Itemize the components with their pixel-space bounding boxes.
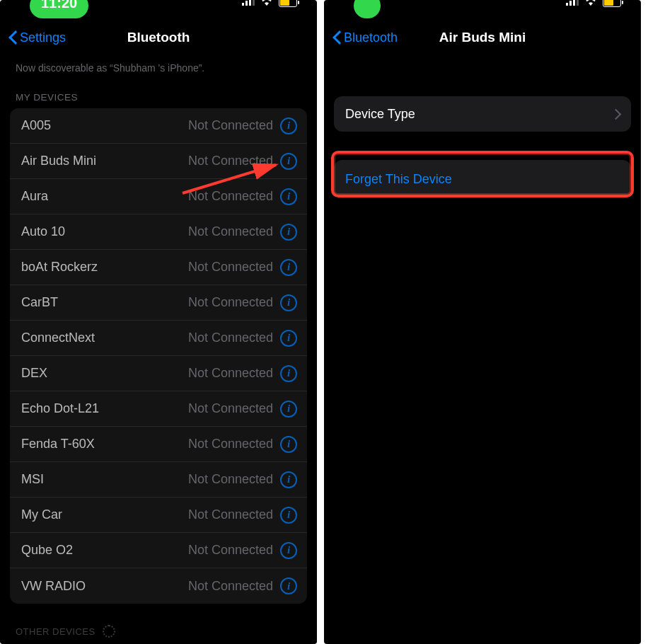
info-icon[interactable]: i [280,577,297,594]
info-icon[interactable]: i [280,436,297,453]
status-bar: . [324,0,641,21]
svg-rect-5 [566,3,568,6]
spinner-icon [103,625,115,638]
svg-rect-8 [577,0,579,6]
device-name: My Car [21,507,188,522]
info-icon[interactable]: i [280,188,297,205]
info-icon[interactable]: i [280,259,297,276]
phone-right: . Bluetooth Air Buds Mini Device Type Fo… [324,0,641,644]
status-icons [566,0,621,8]
device-name: Qube O2 [21,543,188,558]
info-icon[interactable]: i [280,542,297,559]
device-name: Echo Dot-L21 [21,401,188,416]
forget-device-label: Forget This Device [345,172,452,187]
device-status: Not Connected [188,118,273,133]
device-status: Not Connected [188,507,273,522]
call-time-pill[interactable]: . [354,0,381,18]
info-icon[interactable]: i [280,117,297,134]
device-row[interactable]: DEXNot Connectedi [10,356,307,391]
device-type-label: Device Type [345,107,415,122]
phone-left: 11:20 Settings Bluetooth Now discoverabl… [0,0,317,644]
chevron-left-icon [332,30,342,45]
info-icon[interactable]: i [280,471,297,488]
device-status: Not Connected [188,330,273,345]
battery-icon [603,0,621,7]
wifi-icon [584,0,597,8]
status-bar: 11:20 [0,0,317,21]
device-name: DEX [21,366,188,381]
svg-rect-1 [245,1,248,6]
cellular-icon [242,0,255,8]
device-name: CarBT [21,295,188,310]
svg-rect-0 [242,3,244,6]
back-label: Bluetooth [344,30,398,45]
svg-rect-2 [249,0,251,6]
device-status: Not Connected [188,437,273,452]
device-status: Not Connected [188,401,273,416]
device-name: Air Buds Mini [21,154,188,168]
device-name: Fenda T-60X [21,437,188,452]
device-name: A005 [21,118,188,133]
device-name: boAt Rockerz [21,260,188,275]
device-row[interactable]: VW RADIONot Connectedi [10,568,307,604]
chevron-right-icon [612,107,620,122]
device-status: Not Connected [188,579,273,594]
svg-rect-6 [569,1,572,6]
device-row[interactable]: Air Buds MiniNot Connectedi [10,144,307,179]
device-row[interactable]: My CarNot Connectedi [10,498,307,533]
back-label: Settings [20,30,66,45]
info-icon[interactable]: i [280,294,297,311]
device-name: VW RADIO [21,579,188,594]
info-icon[interactable]: i [280,401,297,418]
discoverable-note: Now discoverable as “Shubham 's iPhone”. [0,54,317,76]
battery-icon [279,0,297,7]
device-status: Not Connected [188,295,273,310]
wifi-icon [260,0,273,8]
info-icon[interactable]: i [280,224,297,241]
device-row[interactable]: Qube O2Not Connectedi [10,533,307,568]
other-devices-header: OTHER DEVICES [0,604,317,638]
device-row[interactable]: Fenda T-60XNot Connectedi [10,427,307,462]
info-icon[interactable]: i [280,507,297,524]
svg-rect-3 [253,0,255,6]
device-row[interactable]: MSINot Connectedi [10,462,307,498]
device-row[interactable]: ConnectNextNot Connectedi [10,321,307,356]
other-devices-label: OTHER DEVICES [16,626,96,637]
my-devices-list: A005Not ConnectediAir Buds MiniNot Conne… [10,108,307,604]
my-devices-header: MY DEVICES [0,76,317,108]
back-button[interactable]: Bluetooth [332,30,398,45]
device-status: Not Connected [188,224,273,239]
device-row[interactable]: CarBTNot Connectedi [10,285,307,321]
device-status: Not Connected [188,260,273,275]
device-status: Not Connected [188,472,273,487]
navbar: Settings Bluetooth [0,21,317,54]
info-icon[interactable]: i [280,365,297,382]
info-icon[interactable]: i [280,330,297,347]
svg-rect-7 [573,0,575,6]
device-row[interactable]: Echo Dot-L21Not Connectedi [10,391,307,427]
device-type-row[interactable]: Device Type [334,96,631,132]
device-name: ConnectNext [21,330,188,345]
info-icon[interactable]: i [280,153,297,170]
device-status: Not Connected [188,154,273,168]
navbar: Bluetooth Air Buds Mini [324,21,641,54]
back-button[interactable]: Settings [8,30,66,45]
device-name: Auto 10 [21,224,188,239]
forget-device-button[interactable]: Forget This Device [334,160,631,198]
device-row[interactable]: boAt RockerzNot Connectedi [10,250,307,285]
device-row[interactable]: AuraNot Connectedi [10,179,307,214]
device-status: Not Connected [188,189,273,204]
cellular-icon [566,0,579,8]
status-icons [242,0,297,8]
call-time-pill[interactable]: 11:20 [30,0,88,18]
device-name: Aura [21,189,188,204]
chevron-left-icon [8,30,18,45]
device-name: MSI [21,472,188,487]
device-row[interactable]: A005Not Connectedi [10,108,307,144]
device-status: Not Connected [188,366,273,381]
device-status: Not Connected [188,543,273,558]
device-row[interactable]: Auto 10Not Connectedi [10,214,307,250]
